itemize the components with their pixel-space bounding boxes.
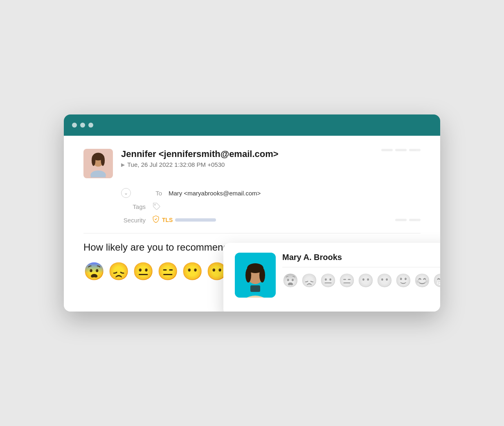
email-meta: ⌄ To Mary <maryabrooks@email.com> Tags xyxy=(121,188,421,225)
tls-badge: TLS xyxy=(152,215,216,225)
to-row: ⌄ To Mary <maryabrooks@email.com> xyxy=(121,188,421,198)
security-action-dot-2 xyxy=(409,219,421,221)
security-action-dot-1 xyxy=(395,219,407,221)
reply-emoji-9[interactable]: 😁 xyxy=(433,274,440,287)
security-label: Security xyxy=(121,217,146,224)
tls-text: TLS xyxy=(162,217,173,223)
tls-shield-icon xyxy=(152,215,160,225)
reply-emoji-8[interactable]: 😊 xyxy=(414,274,430,287)
reply-emoji-1[interactable]: 😨 xyxy=(282,274,299,287)
svg-point-5 xyxy=(101,155,105,166)
emoji-5[interactable]: 😶 xyxy=(182,263,203,280)
svg-point-12 xyxy=(245,268,251,283)
browser-window: Jennifer <jennifersmith@email.com> ▶ Tue… xyxy=(64,114,440,312)
traffic-lights xyxy=(72,123,93,128)
reply-emoji-2[interactable]: 😞 xyxy=(301,274,317,287)
svg-point-7 xyxy=(155,204,156,206)
email-divider xyxy=(83,233,421,233)
reply-card-info: Mary A. Brooks 😨 😞 😐 😑 😶 😶 🙂 😊 😁 😃 � xyxy=(282,253,440,287)
svg-point-4 xyxy=(92,155,95,166)
tags-label: Tags xyxy=(121,203,146,210)
to-value: Mary <maryabrooks@email.com> xyxy=(169,190,261,197)
sender-info: Jennifer <jennifersmith@email.com> ▶ Tue… xyxy=(121,149,373,168)
security-row: Security TLS xyxy=(121,215,421,225)
reply-emoji-row: 😨 😞 😐 😑 😶 😶 🙂 😊 😁 😃 😍 xyxy=(282,274,440,287)
traffic-light-minimize[interactable] xyxy=(80,123,85,128)
action-dot-3 xyxy=(409,149,421,151)
svg-point-13 xyxy=(259,268,265,283)
reply-card-header: Mary A. Brooks 😨 😞 😐 😑 😶 😶 🙂 😊 😁 😃 � xyxy=(235,253,440,298)
emoji-2[interactable]: 😞 xyxy=(108,263,129,280)
play-icon: ▶ xyxy=(121,162,125,168)
tls-bar xyxy=(175,218,216,222)
reply-emoji-3[interactable]: 😐 xyxy=(320,274,336,287)
emoji-1[interactable]: 😨 xyxy=(83,263,105,280)
header-actions xyxy=(381,149,421,151)
browser-content: Jennifer <jennifersmith@email.com> ▶ Tue… xyxy=(64,136,440,312)
reply-avatar xyxy=(235,253,276,298)
emoji-4[interactable]: 😑 xyxy=(157,263,178,280)
action-dot-1 xyxy=(381,149,393,151)
sender-date: ▶ Tue, 26 Jul 2022 1:32:08 PM +0530 xyxy=(121,161,373,168)
expand-button[interactable]: ⌄ xyxy=(121,188,131,198)
traffic-light-maximize[interactable] xyxy=(88,123,93,128)
traffic-light-close[interactable] xyxy=(72,123,77,128)
reply-name: Mary A. Brooks xyxy=(282,253,440,262)
reply-emoji-7[interactable]: 🙂 xyxy=(395,274,412,287)
reply-card: Mary A. Brooks 😨 😞 😐 😑 😶 😶 🙂 😊 😁 😃 � xyxy=(223,243,440,312)
browser-titlebar xyxy=(64,114,440,136)
emoji-3[interactable]: 😐 xyxy=(133,263,154,280)
security-actions xyxy=(395,219,421,221)
reply-emoji-6[interactable]: 😶 xyxy=(376,274,393,287)
email-header: Jennifer <jennifersmith@email.com> ▶ Tue… xyxy=(83,149,421,178)
reply-emoji-5[interactable]: 😶 xyxy=(358,274,374,287)
tag-icon[interactable] xyxy=(152,202,161,211)
sender-name: Jennifer <jennifersmith@email.com> xyxy=(121,149,373,159)
reply-divider xyxy=(282,267,440,267)
svg-rect-14 xyxy=(250,285,260,292)
tags-row: Tags xyxy=(121,202,421,211)
to-label: To xyxy=(137,190,162,197)
sender-avatar xyxy=(83,149,113,178)
reply-emoji-4[interactable]: 😑 xyxy=(339,274,355,287)
action-dot-2 xyxy=(395,149,407,151)
